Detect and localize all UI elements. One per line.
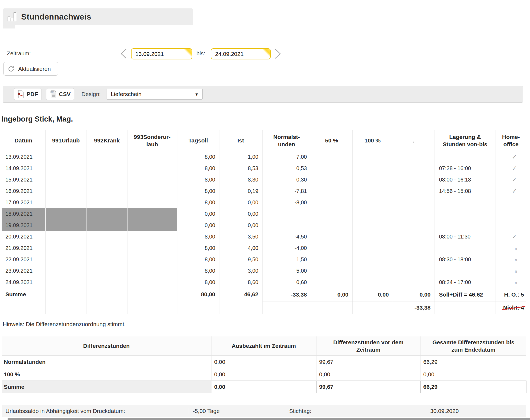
hinweis-text: Hinweis: Die Differenzstundenzuordnung s… [3, 321, 126, 327]
vacation-balance-label: Urlaubssaldo in Abhängigkeit vom Druckda… [2, 408, 189, 414]
summe-label: Summe [2, 288, 45, 314]
table-row: 16.09.20218,000,19-7,8114:56 - 15:08✓ [2, 185, 526, 197]
col-lagerung: Lagerung & Stunden von-bis [435, 130, 496, 151]
homeoffice-check-icon: ✓ [512, 153, 517, 160]
bis-label: bis: [196, 50, 205, 57]
header-tab-stub [3, 25, 15, 28]
table-row: 17.09.20218,000,00-8,00 [2, 197, 526, 208]
summe-row: Summe 80,00 46,62 -33,38 0,00 0,00 0,00 … [2, 288, 526, 301]
homeoffice-check-icon: ✓ [512, 165, 517, 172]
design-select[interactable]: Lieferschein ▼ [107, 89, 203, 100]
design-selected-value: Lieferschein [111, 91, 141, 97]
no-homeoffice-mark: n [515, 269, 517, 273]
csv-button[interactable]: csv CSV [46, 88, 74, 100]
col-50-percent: 50 % [311, 130, 352, 151]
no-homeoffice-mark: n [515, 281, 517, 285]
summe-homeoffice-count: H. O.: 5 [496, 288, 526, 301]
table-row: 21.09.20218,004,00-4,00n [2, 242, 526, 254]
summe-normalstunden: -33,38 [262, 288, 311, 301]
summe-ist: 46,62 [219, 288, 262, 314]
pdf-button[interactable]: PDF [14, 88, 42, 100]
table-row: 19.09.20210,000,00 [2, 219, 526, 231]
col-tagsoll: Tagsoll [177, 130, 219, 151]
vacation-balance-footer: Urlaubssaldo in Abhängigkeit vom Druckda… [2, 405, 526, 417]
period-label: Zeitraum: [7, 50, 31, 57]
no-homeoffice-mark: n [515, 258, 517, 262]
table-row: 14.09.20218,008,530,5307:28 - 16:00✓ [2, 163, 526, 174]
table-row: 24.09.20218,008,600,6008:24 - 17:00n [2, 276, 526, 288]
page-title: Stundennachweis [21, 12, 91, 21]
page-header: Stundennachweis [3, 8, 193, 25]
diff-row-normalstunden: Normalstunden 0,00 99,67 66,29 [2, 356, 526, 368]
refresh-button[interactable]: Aktualisieren [3, 62, 58, 76]
pdf-icon [18, 90, 24, 98]
table-row: 13.09.20218,001,00-7,00✓ [2, 151, 526, 163]
date-from-input[interactable]: 13.09.2021 [131, 48, 192, 59]
svg-text:csv: csv [51, 91, 54, 93]
pdf-label: PDF [27, 91, 38, 97]
col-ist: Ist [219, 130, 262, 151]
chevron-left-icon [119, 48, 128, 59]
hours-table-header: Datum 991Urlaub 992Krank 993Sonderur- la… [2, 130, 526, 151]
refresh-icon [8, 65, 15, 72]
col-100-percent: 100 % [352, 130, 393, 151]
no-homeoffice-mark: n [515, 246, 517, 251]
stichtag-value: 30.09.2020 [430, 408, 459, 414]
table-row: 23.09.20218,003,00-5,00n [2, 265, 526, 276]
diff-row-summe: Summe 0,00 99,67 66,29 [2, 381, 526, 393]
vacation-balance-value: -5,00 Tage [189, 408, 289, 414]
employee-name: Ingeborg Stick, Mag. [1, 115, 73, 123]
hours-table: Datum 991Urlaub 992Krank 993Sonderur- la… [2, 130, 526, 314]
diff-col-differenzstunden: Differenzstunden [2, 336, 211, 356]
table-row: 22.09.20218,009,501,5008:30 - 18:00n [2, 254, 526, 265]
design-label: Design: [81, 91, 101, 97]
csv-label: CSV [59, 91, 71, 97]
previous-period-chevron[interactable] [119, 48, 128, 59]
col-normalstunden: Normalst- unden [262, 130, 311, 151]
diff-row-100-percent: 100 % 0,00 0,00 0,00 [2, 368, 526, 381]
col-993sonderurlaub: 993Sonderur- laub [127, 130, 177, 151]
refresh-label: Aktualisieren [18, 66, 51, 72]
homeoffice-check-icon: ✓ [512, 187, 517, 195]
summe-dot: 0,00 [393, 288, 435, 301]
summe-100-percent: 0,00 [352, 288, 393, 301]
csv-icon: csv [50, 90, 56, 98]
diff-col-vor-zeitraum: Differenzstunden vor dem Zeitraum [316, 336, 420, 356]
chevron-down-icon: ▼ [195, 92, 199, 97]
chevron-right-icon [273, 48, 282, 59]
bar-chart-icon [7, 12, 17, 22]
summe-50-percent: 0,00 [311, 288, 352, 301]
table-row: 20.09.20218,003,50-4,5008:00 - 11:30✓ [2, 231, 526, 242]
homeoffice-check-icon: ✓ [512, 176, 517, 183]
diff-col-ausbezahlt: Ausbezahlt im Zeitraum [211, 336, 316, 356]
summe-not-homeoffice-count: Nicht: 4 [503, 304, 524, 311]
summe-soll-diff: Soll+Diff = 46,62 [435, 288, 496, 301]
table-row: 15.09.20218,008,300,3008:00 - 16:18✓ [2, 174, 526, 185]
export-toolbar: PDF csv CSV Design: Lieferschein ▼ [3, 86, 523, 103]
col-991urlaub: 991Urlaub [45, 130, 87, 151]
next-period-chevron[interactable] [273, 48, 282, 59]
date-to-input[interactable]: 24.09.2021 [211, 48, 271, 59]
horizontal-scrollbar[interactable] [8, 418, 530, 420]
main-table-body: 13.09.20218,001,00-7,00✓14.09.20218,008,… [2, 151, 526, 288]
summe-tagsoll: 80,00 [177, 288, 219, 314]
diff-col-gesamt: Gesamte Differenzstunden bis zum Endedat… [420, 336, 526, 356]
homeoffice-check-icon: ✓ [512, 233, 517, 240]
col-dot: . [393, 130, 435, 151]
col-992krank: 992Krank [87, 130, 127, 151]
date-to-value: 24.09.2021 [211, 49, 270, 57]
summe-diff-total: -33,38 [393, 301, 435, 314]
table-row: 18.09.20210,000,00 [2, 208, 526, 219]
col-datum: Datum [2, 130, 45, 151]
stichtag-label: Stichtag: [289, 408, 430, 414]
diff-table-header: Differenzstunden Ausbezahlt im Zeitraum … [2, 336, 526, 356]
date-from-value: 13.09.2021 [132, 49, 192, 57]
differenzstunden-table: Differenzstunden Ausbezahlt im Zeitraum … [2, 336, 526, 393]
col-homeoffice: Home- office [496, 130, 526, 151]
